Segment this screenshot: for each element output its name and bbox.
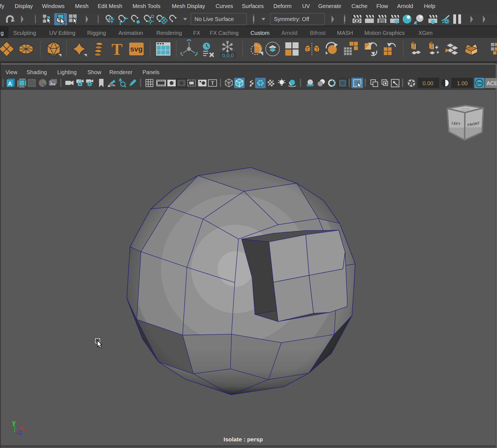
svg-text:Show: Show [87, 69, 102, 75]
svg-text:z: z [19, 428, 22, 435]
svg-text:x: x [414, 19, 418, 25]
svg-text:Panels: Panels [143, 69, 159, 75]
svg-text:View: View [6, 69, 18, 75]
svg-text:Isolate : persp: Isolate : persp [224, 436, 263, 442]
svg-text:0,0,0: 0,0,0 [222, 53, 234, 58]
svg-text:0.00: 0.00 [423, 80, 433, 86]
svg-text:Shading: Shading [27, 69, 47, 75]
svg-text:T: T [112, 40, 123, 58]
svg-text:A: A [8, 81, 12, 87]
svg-text:svg: svg [130, 45, 143, 53]
svg-text:y: y [12, 419, 16, 426]
svg-text:T: T [211, 81, 214, 86]
svg-text:No Live Surface: No Live Surface [195, 16, 234, 22]
svg-text:Renderer: Renderer [109, 69, 133, 75]
svg-text:ACE: ACE [486, 80, 497, 86]
svg-text:Lighting: Lighting [57, 69, 77, 75]
svg-text:Symmetry: Off: Symmetry: Off [274, 16, 309, 22]
svg-text:1.00: 1.00 [457, 80, 468, 86]
svg-text:ON: ON [477, 81, 482, 85]
svg-text:IPR: IPR [379, 19, 384, 23]
